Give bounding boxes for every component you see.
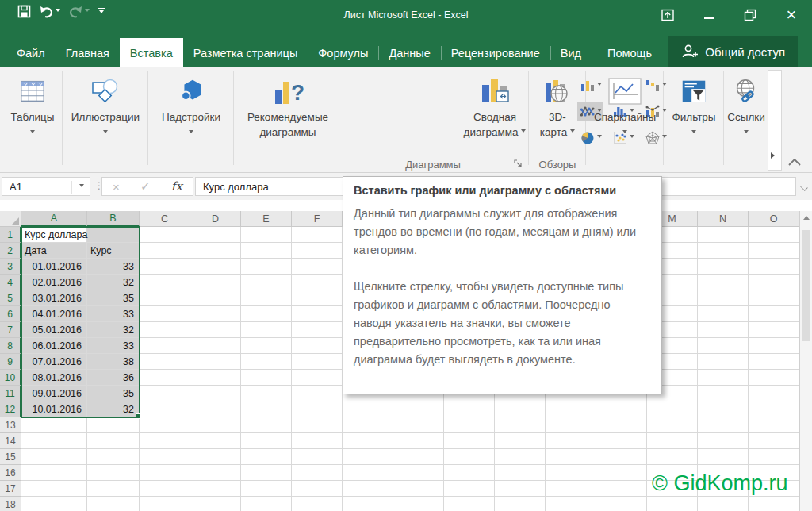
cell-A8[interactable]: 06.01.2016 bbox=[21, 338, 87, 354]
cell-I14[interactable] bbox=[444, 433, 495, 449]
column-header-B[interactable]: B bbox=[87, 211, 140, 227]
cell-N5[interactable] bbox=[698, 290, 749, 306]
cell-M12[interactable] bbox=[647, 402, 698, 417]
cell-O14[interactable] bbox=[749, 433, 799, 449]
tab-home[interactable]: Главная bbox=[56, 38, 120, 67]
cell-F15[interactable] bbox=[292, 449, 343, 465]
cell-C13[interactable] bbox=[140, 417, 190, 433]
cell-F1[interactable] bbox=[292, 227, 343, 243]
cell-J18[interactable] bbox=[495, 497, 546, 511]
tables-button[interactable]: Таблицы bbox=[3, 67, 62, 173]
cell-M18[interactable] bbox=[647, 497, 698, 511]
cell-J12[interactable] bbox=[495, 402, 546, 417]
cell-K18[interactable] bbox=[546, 497, 596, 511]
cell-H16[interactable] bbox=[393, 465, 444, 481]
cell-G14[interactable] bbox=[343, 433, 393, 449]
cell-O3[interactable] bbox=[749, 259, 799, 275]
cell-D12[interactable] bbox=[190, 402, 241, 417]
cell-M13[interactable] bbox=[647, 417, 698, 433]
cell-E5[interactable] bbox=[241, 290, 292, 306]
cell-K17[interactable] bbox=[546, 481, 596, 497]
select-all-corner[interactable] bbox=[0, 211, 21, 227]
cell-O7[interactable] bbox=[749, 322, 799, 338]
row-header-3[interactable]: 3 bbox=[0, 259, 21, 275]
cell-N15[interactable] bbox=[698, 449, 749, 465]
cell-K14[interactable] bbox=[546, 433, 596, 449]
cell-B12[interactable]: 32 bbox=[87, 402, 140, 417]
cell-F17[interactable] bbox=[292, 481, 343, 497]
name-box[interactable]: A1 bbox=[2, 177, 90, 196]
cell-F12[interactable] bbox=[292, 402, 343, 417]
cell-N3[interactable] bbox=[698, 259, 749, 275]
cell-B8[interactable]: 33 bbox=[87, 338, 140, 354]
cell-N10[interactable] bbox=[698, 370, 749, 386]
row-header-12[interactable]: 12 bbox=[0, 402, 21, 417]
cell-J14[interactable] bbox=[495, 433, 546, 449]
row-header-13[interactable]: 13 bbox=[0, 417, 21, 433]
cell-L15[interactable] bbox=[596, 449, 647, 465]
row-header-5[interactable]: 5 bbox=[0, 290, 21, 306]
row-header-6[interactable]: 6 bbox=[0, 306, 21, 322]
cell-A10[interactable]: 08.01.2016 bbox=[21, 370, 87, 386]
cell-E10[interactable] bbox=[241, 370, 292, 386]
row-header-15[interactable]: 15 bbox=[0, 449, 21, 465]
cell-F18[interactable] bbox=[292, 497, 343, 511]
links-button[interactable]: Ссылки bbox=[725, 67, 768, 173]
tab-view[interactable]: Вид bbox=[550, 38, 592, 67]
cell-C2[interactable] bbox=[140, 243, 190, 259]
cell-B13[interactable] bbox=[87, 417, 140, 433]
cell-D15[interactable] bbox=[190, 449, 241, 465]
cell-A18[interactable] bbox=[21, 497, 87, 511]
column-header-E[interactable]: E bbox=[241, 211, 292, 227]
cell-C18[interactable] bbox=[140, 497, 190, 511]
tab-data[interactable]: Данные bbox=[378, 38, 440, 67]
cell-B6[interactable]: 33 bbox=[87, 306, 140, 322]
cell-B10[interactable]: 36 bbox=[87, 370, 140, 386]
cell-C14[interactable] bbox=[140, 433, 190, 449]
cell-F3[interactable] bbox=[292, 259, 343, 275]
collapse-ribbon-button[interactable] bbox=[788, 159, 801, 166]
cell-N11[interactable] bbox=[698, 386, 749, 402]
cell-A15[interactable] bbox=[21, 449, 87, 465]
expand-formula-bar-icon[interactable] bbox=[800, 183, 808, 191]
insert-function-button[interactable]: fx bbox=[171, 179, 182, 194]
ribbon-overflow-strip[interactable] bbox=[768, 70, 782, 171]
sparklines-button[interactable]: Спарклайны bbox=[587, 67, 663, 173]
cell-E16[interactable] bbox=[241, 465, 292, 481]
cell-B1[interactable] bbox=[87, 227, 140, 243]
cell-C15[interactable] bbox=[140, 449, 190, 465]
cell-I16[interactable] bbox=[444, 465, 495, 481]
cell-O4[interactable] bbox=[749, 275, 799, 290]
cell-C16[interactable] bbox=[140, 465, 190, 481]
cell-I13[interactable] bbox=[444, 417, 495, 433]
cell-O1[interactable] bbox=[749, 227, 799, 243]
cell-E1[interactable] bbox=[241, 227, 292, 243]
customize-quick-access-button[interactable] bbox=[98, 8, 105, 16]
cell-F14[interactable] bbox=[292, 433, 343, 449]
cell-F13[interactable] bbox=[292, 417, 343, 433]
enter-icon[interactable]: ✓ bbox=[140, 179, 151, 194]
cell-K16[interactable] bbox=[546, 465, 596, 481]
cell-L12[interactable] bbox=[596, 402, 647, 417]
cell-B5[interactable]: 35 bbox=[87, 290, 140, 306]
cell-H17[interactable] bbox=[393, 481, 444, 497]
cell-D17[interactable] bbox=[190, 481, 241, 497]
undo-dropdown[interactable] bbox=[56, 9, 60, 14]
cell-I15[interactable] bbox=[444, 449, 495, 465]
cell-F7[interactable] bbox=[292, 322, 343, 338]
cell-N2[interactable] bbox=[698, 243, 749, 259]
cell-D8[interactable] bbox=[190, 338, 241, 354]
cell-A4[interactable]: 02.01.2016 bbox=[21, 275, 87, 290]
cell-B7[interactable]: 32 bbox=[87, 322, 140, 338]
cell-C9[interactable] bbox=[140, 354, 190, 370]
cell-E13[interactable] bbox=[241, 417, 292, 433]
cell-A3[interactable]: 01.01.2016 bbox=[21, 259, 87, 275]
cell-N8[interactable] bbox=[698, 338, 749, 354]
scrollbar-thumb[interactable] bbox=[802, 230, 810, 341]
cell-C5[interactable] bbox=[140, 290, 190, 306]
cell-N7[interactable] bbox=[698, 322, 749, 338]
cell-C4[interactable] bbox=[140, 275, 190, 290]
scroll-up-button[interactable] bbox=[800, 211, 812, 225]
map3d-button[interactable]: 3D-карта bbox=[530, 67, 585, 173]
cell-H15[interactable] bbox=[393, 449, 444, 465]
